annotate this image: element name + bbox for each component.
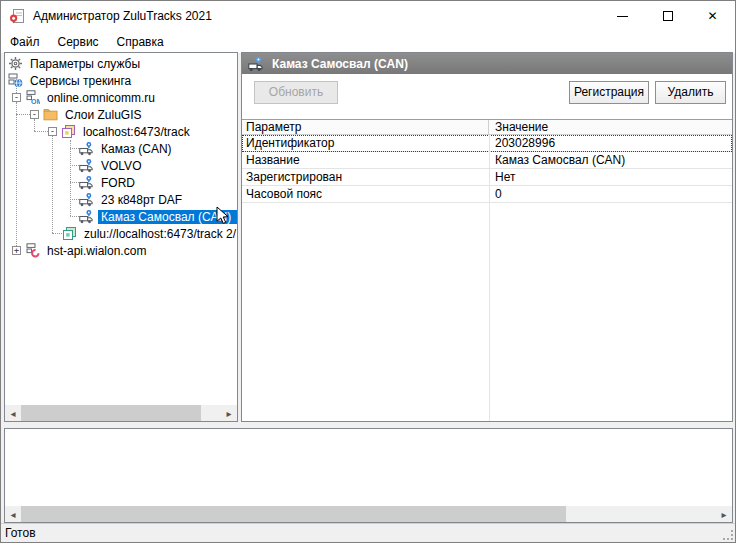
detail-panel: Камаз Самосвал (CAN) Обновить Регистраци…: [241, 52, 733, 422]
detail-header: Камаз Самосвал (CAN): [242, 53, 732, 74]
parameters-table: Параметр Значение Идентификатор 20302899…: [242, 119, 732, 421]
collapse-icon[interactable]: -: [12, 93, 21, 102]
expand-icon[interactable]: +: [12, 246, 21, 255]
tree-item-localhost-track[interactable]: - localhost:6473/track: [5, 123, 237, 140]
column-divider: [489, 135, 490, 421]
status-text: Готов: [5, 526, 36, 540]
truck-pin-icon: [79, 192, 94, 207]
maximize-button[interactable]: [645, 1, 690, 31]
minimize-icon: [617, 16, 628, 17]
truck-pin-icon: [79, 158, 94, 173]
app-icon: [9, 8, 25, 24]
table-row[interactable]: Зарегистрирован Нет: [242, 169, 732, 186]
scroll-left-icon[interactable]: ◂: [5, 506, 21, 522]
scroll-right-icon[interactable]: ▸: [716, 506, 732, 522]
tree-item-tracking-services[interactable]: Сервисы трекинга: [5, 72, 237, 89]
menu-file[interactable]: Файл: [1, 31, 49, 53]
close-icon: ✕: [707, 9, 717, 23]
tree-panel: Параметры службы Сервисы трекинга - ОМ: [4, 52, 238, 422]
app-window: Администратор ZuluTracks 2021 ✕ Файл Сер…: [0, 0, 736, 543]
menu-bar: Файл Сервис Справка: [1, 31, 735, 53]
gear-icon: [8, 56, 23, 71]
delete-button[interactable]: Удалить: [655, 81, 726, 104]
menu-service[interactable]: Сервис: [49, 31, 108, 53]
selected-tree-item-label: Камаз Самосвал (CAN): [98, 210, 237, 224]
status-bar: Готов: [1, 523, 735, 542]
truck-pin-icon: [79, 209, 94, 224]
tree-item-wialon[interactable]: + hst-api.wialon.com: [5, 242, 237, 259]
scroll-left-icon[interactable]: ◂: [5, 405, 21, 421]
tree-item-zulu-track2[interactable]: zulu://localhost:6473/track 2/: [5, 225, 237, 242]
tree-horizontal-scrollbar[interactable]: ◂ ▸: [5, 405, 237, 421]
tree-item-daf[interactable]: 23 к848рт DAF: [5, 191, 237, 208]
collapse-icon[interactable]: -: [30, 110, 39, 119]
log-horizontal-scrollbar[interactable]: ◂ ▸: [5, 506, 732, 522]
refresh-button[interactable]: Обновить: [254, 81, 338, 104]
title-bar: Администратор ZuluTracks 2021 ✕: [1, 1, 735, 31]
omnicomm-server-icon: ОМ: [25, 90, 40, 105]
tree-item-ford[interactable]: FORD: [5, 174, 237, 191]
column-header-param: Параметр: [242, 120, 489, 134]
collapse-icon[interactable]: -: [48, 127, 57, 136]
tree-item-kamaz-samosval[interactable]: Камаз Самосвал (CAN): [5, 208, 237, 225]
detail-title: Камаз Самосвал (CAN): [272, 57, 408, 71]
tree-item-volvo[interactable]: VOLVO: [5, 157, 237, 174]
menu-help[interactable]: Справка: [108, 31, 173, 53]
table-row[interactable]: Часовой пояс 0: [242, 186, 732, 203]
truck-pin-icon: [79, 175, 94, 190]
window-title: Администратор ZuluTracks 2021: [33, 9, 212, 23]
layers-teal-icon: [62, 226, 77, 241]
truck-pin-icon: [79, 141, 94, 156]
tree: Параметры службы Сервисы трекинга - ОМ: [5, 55, 237, 259]
register-button[interactable]: Регистрация: [569, 81, 649, 104]
maximize-icon: [663, 11, 673, 21]
table-row[interactable]: Название Камаз Самосвал (CAN): [242, 152, 732, 169]
scrollbar-thumb[interactable]: [21, 506, 566, 522]
scrollbar-thumb[interactable]: [21, 405, 201, 421]
close-button[interactable]: ✕: [690, 1, 735, 31]
resize-grip-icon[interactable]: [723, 530, 733, 540]
layers-purple-icon: [61, 124, 76, 139]
tracking-services-icon: [8, 73, 23, 88]
tree-item-kamaz-can[interactable]: Камаз (CAN): [5, 140, 237, 157]
table-row[interactable]: Идентификатор 203028996: [242, 135, 732, 152]
wialon-server-icon: [25, 243, 40, 258]
tree-item-service-params[interactable]: Параметры службы: [5, 55, 237, 72]
minimize-button[interactable]: [600, 1, 645, 31]
om-label: ОМ: [31, 98, 40, 105]
column-header-value: Значение: [489, 120, 732, 134]
log-panel: ◂ ▸: [4, 428, 733, 523]
folder-icon: [43, 107, 58, 122]
scroll-right-icon[interactable]: ▸: [221, 405, 237, 421]
table-header-row: Параметр Значение: [242, 120, 732, 135]
tree-item-zulugis-layers[interactable]: - Слои ZuluGIS: [5, 106, 237, 123]
tree-item-omnicomm[interactable]: - ОМ online.omnicomm.ru: [5, 89, 237, 106]
truck-pin-icon: [248, 56, 264, 72]
